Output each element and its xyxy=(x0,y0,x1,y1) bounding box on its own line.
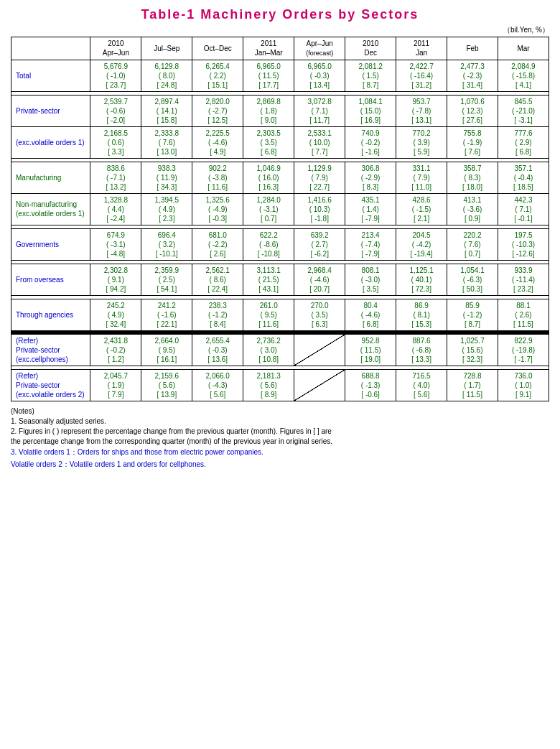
agencies-row: Through agencies 245.2( 4.9)[ 32.4] 241.… xyxy=(11,299,549,330)
mfg-v6: 306.8( -2.9)[ 8.3] xyxy=(345,162,396,193)
ag-v4: 261.0( 9.5)[ 11.6] xyxy=(243,299,294,330)
r2-v5-slash xyxy=(294,369,345,401)
refer1-row: (Refer) Private-sector (exc.cellphones) … xyxy=(11,334,549,366)
r2-v3: 2,066.0( -4.3)[ 5.6] xyxy=(192,369,243,401)
gov-v8: 220.2( 7.6)[ 0.7] xyxy=(447,228,498,260)
r2-v7: 716.5( 4.0)[ 5.6] xyxy=(396,369,447,401)
mfg-v1: 838.6( -7.1)[ 13.2] xyxy=(90,162,141,193)
total-v6: 2,081.2( 1.5)[ 8.7] xyxy=(345,60,396,91)
r1-v8: 1,025.7( 15.6)[ 32.3] xyxy=(447,334,498,366)
private-v6: 1,084.1( 15.0)[ 16.9] xyxy=(345,95,396,126)
nonmfg-v4: 1,284.0( -3.1)[ 0.7] xyxy=(243,193,294,225)
private-v1: 2,539.7( -0.6)[ -2.0] xyxy=(90,95,141,126)
mfg-v8: 358.7( 8.3)[ 18.0] xyxy=(447,162,498,193)
manufacturing-label: Manufacturing xyxy=(11,162,90,193)
mfg-v5: 1,129.9( 7.9)[ 22.7] xyxy=(294,162,345,193)
ov-v5: 2,968.4( -4.6)[ 20.7] xyxy=(294,264,345,295)
col-jul-sep-header: Jul–Sep xyxy=(141,37,192,60)
gov-v4: 622.2( -8.6)[ -10.8] xyxy=(243,228,294,260)
ag-v3: 238.3( -1.2)[ 8.4] xyxy=(192,299,243,330)
private-v3: 2,820.0( -2.7)[ 12.5] xyxy=(192,95,243,126)
refer2-label: (Refer) Private-sector (exc.volatile ord… xyxy=(11,369,90,401)
main-table: 2010Apr–Jun Jul–Sep Oct–Dec 2011Jan–Mar … xyxy=(11,37,549,401)
ov-v2: 2,359.9( 2.5)[ 54.1] xyxy=(141,264,192,295)
r1-v1: 2,431.8( -0.2)[ 1.2] xyxy=(90,334,141,366)
ag-v2: 241.2( -1.6)[ 22.1] xyxy=(141,299,192,330)
total-v4: 6,965.0( 11.5)[ 17.7] xyxy=(243,60,294,91)
private-v4: 2,869.8( 1.8)[ 9.0] xyxy=(243,95,294,126)
col-feb-header: Feb xyxy=(447,37,498,60)
note2: 2. Figures in ( ) represent the percenta… xyxy=(11,427,549,435)
nonmfg-v8: 413.1( -3.6)[ 0.9] xyxy=(447,193,498,225)
gov-v7: 204.5( -4.2)[ -19.4] xyxy=(396,228,447,260)
r2-v6: 688.8( -1.3)[ -0.6] xyxy=(345,369,396,401)
ov-v1: 2,302.8( 9.1)[ 94.2] xyxy=(90,264,141,295)
r1-v3: 2,655.4( -0.3)[ 13.6] xyxy=(192,334,243,366)
svg-line-1 xyxy=(294,370,345,401)
total-v2: 6,129.8( 8.0)[ 24.8] xyxy=(141,60,192,91)
ag-v8: 85.9( -1.2)[ 8.7] xyxy=(447,299,498,330)
ov-v7: 1,125.1( 40.1)[ 72.3] xyxy=(396,264,447,295)
private-v9: 845.5( -21.0)[ -3.1] xyxy=(498,95,549,126)
total-label: Total xyxy=(11,60,90,91)
r1-v2: 2,664.0( 9.5)[ 16.1] xyxy=(141,334,192,366)
agencies-label: Through agencies xyxy=(11,299,90,330)
nonmfg-v1: 1,328.8( 4.4)[ -2.4] xyxy=(90,193,141,225)
excv1-v6: 740.9( -0.2)[ -1.6] xyxy=(345,126,396,158)
notes-title: (Notes) xyxy=(11,407,549,415)
private-v8: 1,070.6( 12.3)[ 27.6] xyxy=(447,95,498,126)
excvolatile1-row: (exc.volatile orders 1) 2,168.5( 0.6)[ 3… xyxy=(11,126,549,158)
overseas-label: From overseas xyxy=(11,264,90,295)
notes-section: (Notes) 1. Seasonally adjusted series. 2… xyxy=(11,407,549,470)
gov-v3: 681.0( -2.2)[ 2.6] xyxy=(192,228,243,260)
r2-v4: 2,181.3( 5.6)[ 8.9] xyxy=(243,369,294,401)
note4: Volatile orders 2：Volatile orders 1 and … xyxy=(11,460,549,470)
excv1-v1: 2,168.5( 0.6)[ 3.3] xyxy=(90,126,141,158)
private-v2: 2,897.4( 14.1)[ 15.8] xyxy=(141,95,192,126)
total-v5: 6,965.0( -0.3)[ 13.4] xyxy=(294,60,345,91)
r2-v8: 728.8( 1.7)[ 11.5] xyxy=(447,369,498,401)
mfg-v9: 357.1( -0.4)[ 18.5] xyxy=(498,162,549,193)
nonmfg-v9: 442.3( 7.1)[ -0.1] xyxy=(498,193,549,225)
note3: 3. Volatile orders 1：Orders for ships an… xyxy=(11,447,549,457)
ov-v3: 2,562.1( 8.6)[ 22.4] xyxy=(192,264,243,295)
nonmfg-v2: 1,394.5( 4.9)[ 2.3] xyxy=(141,193,192,225)
mfg-v7: 331.1( 7.9)[ 11.0] xyxy=(396,162,447,193)
nonmanufacturing-row: Non-manufacturing(exc.volatile orders 1)… xyxy=(11,193,549,225)
mfg-v2: 938.3( 11.9)[ 34.3] xyxy=(141,162,192,193)
r1-v4: 2,736.2( 3.0)[ 10.8] xyxy=(243,334,294,366)
excvolatile1-label: (exc.volatile orders 1) xyxy=(11,126,90,158)
gov-v6: 213.4( -7.4)[ -7.9] xyxy=(345,228,396,260)
total-v8: 2,477.3( -2.3)[ 31.4] xyxy=(447,60,498,91)
gov-v5: 639.2( 2.7)[ -6.2] xyxy=(294,228,345,260)
gov-v9: 197.5( -10.3)[ -12.6] xyxy=(498,228,549,260)
col-oct-dec-header: Oct–Dec xyxy=(192,37,243,60)
note1: 1. Seasonally adjusted series. xyxy=(11,417,549,425)
private-v5: 3,072.8( 7.1)[ 11.7] xyxy=(294,95,345,126)
nonmanufacturing-label: Non-manufacturing(exc.volatile orders 1) xyxy=(11,193,90,225)
excv1-v9: 777.6( 2.9)[ 6.8] xyxy=(498,126,549,158)
unit-label: （bil.Yen, %） xyxy=(11,25,549,35)
r1-v5-slash xyxy=(294,334,345,366)
ag-v6: 80.4( -4.6)[ 6.8] xyxy=(345,299,396,330)
ov-v4: 3,113.1( 21.5)[ 43.1] xyxy=(243,264,294,295)
col-jan-2011-header: 2011Jan xyxy=(396,37,447,60)
nonmfg-v7: 428.6( -1.5)[ 2.1] xyxy=(396,193,447,225)
col-jan-mar-2011-header: 2011Jan–Mar xyxy=(243,37,294,60)
page-title: Table-1 Machinery Orders by Sectors xyxy=(11,7,549,22)
nonmfg-v5: 1,416.6( 10.3)[ -1.8] xyxy=(294,193,345,225)
gov-v2: 696.4( 3.2)[ -10.1] xyxy=(141,228,192,260)
gov-v1: 674.9( -3.1)[ -4.8] xyxy=(90,228,141,260)
mfg-v4: 1,046.9( 16.0)[ 16.3] xyxy=(243,162,294,193)
col-dec-2010-header: 2010Dec xyxy=(345,37,396,60)
manufacturing-row: Manufacturing 838.6( -7.1)[ 13.2] 938.3(… xyxy=(11,162,549,193)
r2-v1: 2,045.7( 1.9)[ 7.9] xyxy=(90,369,141,401)
ag-v9: 88.1( 2.6)[ 11.5] xyxy=(498,299,549,330)
svg-line-0 xyxy=(294,335,345,366)
total-v9: 2,084.9( -15.8)[ 4.1] xyxy=(498,60,549,91)
col-apr-jun-2011-header: Apr–Jun(forecast) xyxy=(294,37,345,60)
note2b: the percentage change from the correspon… xyxy=(11,437,549,445)
governments-label: Governments xyxy=(11,228,90,260)
overseas-row: From overseas 2,302.8( 9.1)[ 94.2] 2,359… xyxy=(11,264,549,295)
governments-row: Governments 674.9( -3.1)[ -4.8] 696.4( 3… xyxy=(11,228,549,260)
